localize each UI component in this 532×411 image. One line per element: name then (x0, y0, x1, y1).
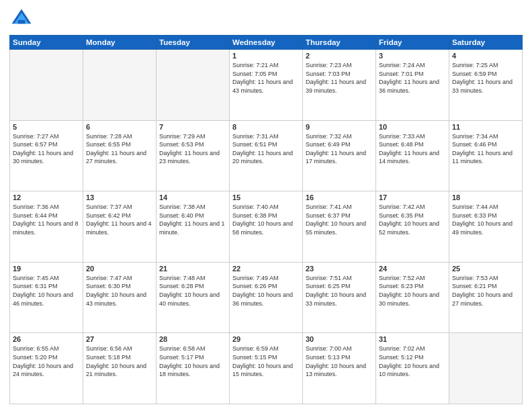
day-info: Sunrise: 7:28 AM Sunset: 6:55 PM Dayligh… (86, 132, 153, 166)
day-number: 21 (159, 265, 226, 273)
day-cell (83, 50, 157, 121)
col-header-thursday: Thursday (303, 36, 376, 50)
day-number: 1 (232, 52, 300, 60)
day-info: Sunrise: 7:42 AM Sunset: 6:35 PM Dayligh… (379, 203, 446, 236)
col-header-tuesday: Tuesday (157, 36, 230, 50)
day-number: 13 (86, 193, 153, 201)
day-info: Sunrise: 7:02 AM Sunset: 5:12 PM Dayligh… (379, 345, 446, 378)
day-number: 5 (13, 123, 80, 131)
day-cell: 8Sunrise: 7:31 AM Sunset: 6:51 PM Daylig… (230, 120, 303, 191)
day-number: 19 (13, 265, 80, 273)
day-number: 30 (306, 335, 373, 343)
day-cell: 29Sunrise: 6:59 AM Sunset: 5:15 PM Dayli… (230, 333, 303, 404)
day-info: Sunrise: 7:47 AM Sunset: 6:30 PM Dayligh… (86, 274, 153, 308)
day-info: Sunrise: 7:25 AM Sunset: 6:59 PM Dayligh… (452, 61, 519, 95)
week-row-4: 26Sunrise: 6:55 AM Sunset: 5:20 PM Dayli… (10, 333, 523, 404)
day-cell: 27Sunrise: 6:56 AM Sunset: 5:18 PM Dayli… (83, 333, 157, 404)
day-cell: 17Sunrise: 7:42 AM Sunset: 6:35 PM Dayli… (376, 191, 449, 263)
logo-icon (9, 7, 34, 31)
day-number: 12 (13, 193, 80, 201)
day-cell (157, 50, 230, 121)
week-row-0: 1Sunrise: 7:21 AM Sunset: 7:05 PM Daylig… (10, 50, 523, 121)
day-number: 20 (86, 265, 153, 273)
week-row-2: 12Sunrise: 7:36 AM Sunset: 6:44 PM Dayli… (10, 191, 523, 263)
day-info: Sunrise: 7:38 AM Sunset: 6:40 PM Dayligh… (159, 203, 226, 236)
day-info: Sunrise: 7:51 AM Sunset: 6:25 PM Dayligh… (306, 274, 373, 308)
day-number: 11 (452, 123, 519, 131)
day-info: Sunrise: 7:31 AM Sunset: 6:51 PM Dayligh… (232, 132, 300, 166)
day-number: 31 (379, 335, 446, 343)
day-info: Sunrise: 6:59 AM Sunset: 5:15 PM Dayligh… (232, 345, 300, 378)
day-info: Sunrise: 7:49 AM Sunset: 6:26 PM Dayligh… (232, 274, 300, 308)
day-info: Sunrise: 7:32 AM Sunset: 6:49 PM Dayligh… (306, 132, 373, 166)
week-row-1: 5Sunrise: 7:27 AM Sunset: 6:57 PM Daylig… (10, 120, 523, 191)
day-number: 17 (379, 193, 446, 201)
day-number: 2 (306, 52, 373, 60)
col-header-monday: Monday (83, 36, 157, 50)
day-cell: 16Sunrise: 7:41 AM Sunset: 6:37 PM Dayli… (303, 191, 376, 263)
day-number: 6 (86, 123, 153, 131)
day-number: 4 (452, 52, 519, 60)
logo (9, 7, 36, 31)
day-info: Sunrise: 7:45 AM Sunset: 6:31 PM Dayligh… (13, 274, 80, 308)
day-number: 22 (232, 265, 300, 273)
day-cell: 3Sunrise: 7:24 AM Sunset: 7:01 PM Daylig… (376, 50, 449, 121)
day-number: 26 (13, 335, 80, 343)
day-info: Sunrise: 7:29 AM Sunset: 6:53 PM Dayligh… (159, 132, 226, 166)
day-number: 15 (232, 193, 300, 201)
day-cell: 23Sunrise: 7:51 AM Sunset: 6:25 PM Dayli… (303, 262, 376, 333)
day-info: Sunrise: 7:44 AM Sunset: 6:33 PM Dayligh… (452, 203, 519, 236)
day-cell: 9Sunrise: 7:32 AM Sunset: 6:49 PM Daylig… (303, 120, 376, 191)
day-cell: 12Sunrise: 7:36 AM Sunset: 6:44 PM Dayli… (10, 191, 83, 263)
day-number: 3 (379, 52, 446, 60)
day-cell: 14Sunrise: 7:38 AM Sunset: 6:40 PM Dayli… (157, 191, 230, 263)
col-header-sunday: Sunday (10, 36, 83, 50)
day-number: 23 (306, 265, 373, 273)
day-info: Sunrise: 7:33 AM Sunset: 6:48 PM Dayligh… (379, 132, 446, 166)
day-cell: 6Sunrise: 7:28 AM Sunset: 6:55 PM Daylig… (83, 120, 157, 191)
day-cell: 21Sunrise: 7:48 AM Sunset: 6:28 PM Dayli… (157, 262, 230, 333)
day-number: 28 (159, 335, 226, 343)
day-info: Sunrise: 7:24 AM Sunset: 7:01 PM Dayligh… (379, 61, 446, 95)
day-info: Sunrise: 7:36 AM Sunset: 6:44 PM Dayligh… (13, 203, 80, 236)
day-number: 18 (452, 193, 519, 201)
day-cell: 20Sunrise: 7:47 AM Sunset: 6:30 PM Dayli… (83, 262, 157, 333)
day-info: Sunrise: 7:37 AM Sunset: 6:42 PM Dayligh… (86, 203, 153, 236)
day-info: Sunrise: 7:21 AM Sunset: 7:05 PM Dayligh… (232, 61, 300, 95)
header-row: SundayMondayTuesdayWednesdayThursdayFrid… (10, 36, 523, 50)
day-number: 9 (306, 123, 373, 131)
day-cell: 26Sunrise: 6:55 AM Sunset: 5:20 PM Dayli… (10, 333, 83, 404)
day-cell: 11Sunrise: 7:34 AM Sunset: 6:46 PM Dayli… (449, 120, 523, 191)
week-row-3: 19Sunrise: 7:45 AM Sunset: 6:31 PM Dayli… (10, 262, 523, 333)
day-info: Sunrise: 7:00 AM Sunset: 5:13 PM Dayligh… (306, 345, 373, 378)
header (9, 7, 523, 31)
col-header-friday: Friday (376, 36, 449, 50)
day-cell: 4Sunrise: 7:25 AM Sunset: 6:59 PM Daylig… (449, 50, 523, 121)
day-cell: 22Sunrise: 7:49 AM Sunset: 6:26 PM Dayli… (230, 262, 303, 333)
day-info: Sunrise: 7:53 AM Sunset: 6:21 PM Dayligh… (452, 274, 519, 308)
day-cell: 30Sunrise: 7:00 AM Sunset: 5:13 PM Dayli… (303, 333, 376, 404)
day-number: 24 (379, 265, 446, 273)
day-info: Sunrise: 7:41 AM Sunset: 6:37 PM Dayligh… (306, 203, 373, 236)
svg-rect-2 (18, 20, 26, 24)
day-info: Sunrise: 7:52 AM Sunset: 6:23 PM Dayligh… (379, 274, 446, 308)
calendar-table: SundayMondayTuesdayWednesdayThursdayFrid… (9, 35, 523, 404)
day-cell: 13Sunrise: 7:37 AM Sunset: 6:42 PM Dayli… (83, 191, 157, 263)
day-cell: 25Sunrise: 7:53 AM Sunset: 6:21 PM Dayli… (449, 262, 523, 333)
day-number: 14 (159, 193, 226, 201)
day-cell (449, 333, 523, 404)
day-cell: 7Sunrise: 7:29 AM Sunset: 6:53 PM Daylig… (157, 120, 230, 191)
day-info: Sunrise: 7:40 AM Sunset: 6:38 PM Dayligh… (232, 203, 300, 236)
day-number: 25 (452, 265, 519, 273)
col-header-wednesday: Wednesday (230, 36, 303, 50)
day-cell (10, 50, 83, 121)
day-number: 27 (86, 335, 153, 343)
day-info: Sunrise: 7:27 AM Sunset: 6:57 PM Dayligh… (13, 132, 80, 166)
day-number: 7 (159, 123, 226, 131)
day-number: 8 (232, 123, 300, 131)
day-number: 29 (232, 335, 300, 343)
col-header-saturday: Saturday (449, 36, 523, 50)
day-cell: 15Sunrise: 7:40 AM Sunset: 6:38 PM Dayli… (230, 191, 303, 263)
day-info: Sunrise: 6:56 AM Sunset: 5:18 PM Dayligh… (86, 345, 153, 378)
day-cell: 18Sunrise: 7:44 AM Sunset: 6:33 PM Dayli… (449, 191, 523, 263)
